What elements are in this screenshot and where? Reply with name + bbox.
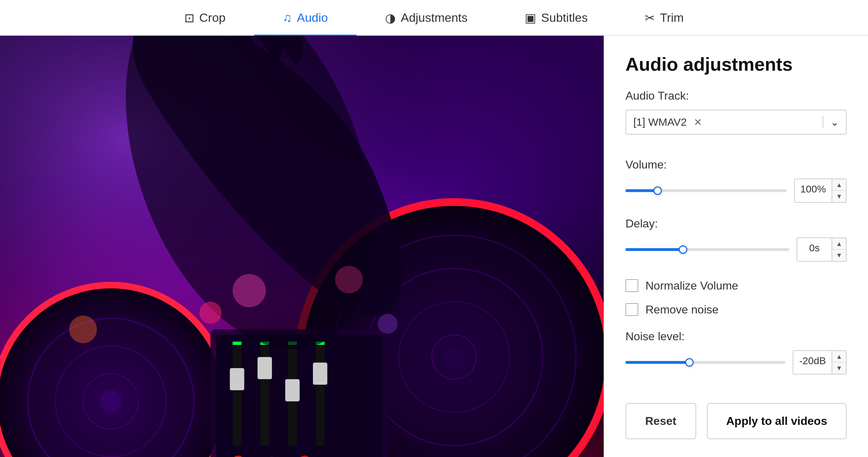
- main-content: Audio adjustments Audio Track: [1] WMAV2…: [0, 36, 868, 457]
- track-value: [1] WMAV2: [633, 116, 687, 128]
- crop-icon: ⊡: [184, 11, 194, 25]
- tab-adjustments-label: Adjustments: [401, 11, 468, 25]
- noise-level-slider-track[interactable]: [625, 361, 785, 364]
- app-container: ⊡ Crop ♫ Audio ◑ Adjustments ▣ Subtitles…: [0, 0, 868, 457]
- svg-point-37: [69, 316, 97, 343]
- volume-down-button[interactable]: ▼: [832, 191, 846, 202]
- volume-value: 100%: [795, 179, 832, 202]
- noise-level-slider-thumb[interactable]: [685, 358, 694, 367]
- svg-rect-21: [285, 379, 299, 401]
- delay-up-button[interactable]: ▲: [832, 238, 846, 250]
- svg-point-33: [233, 274, 266, 307]
- noise-level-up-button[interactable]: ▲: [832, 351, 846, 362]
- subtitles-icon: ▣: [525, 11, 536, 25]
- svg-rect-16: [233, 346, 241, 446]
- audio-track-selector[interactable]: [1] WMAV2 ✕ ⌄: [625, 110, 847, 135]
- volume-slider-track[interactable]: [625, 189, 787, 192]
- normalize-checkbox-row: Normalize Volume: [625, 279, 847, 292]
- audio-icon: ♫: [283, 11, 292, 25]
- svg-point-34: [199, 302, 221, 324]
- sidebar-panel: Audio adjustments Audio Track: [1] WMAV2…: [604, 36, 868, 457]
- noise-level-value-box: -20dB ▲ ▼: [793, 350, 847, 375]
- volume-spinner: ▲ ▼: [832, 179, 846, 202]
- svg-point-13: [443, 346, 465, 368]
- dj-scene-svg: [0, 36, 604, 457]
- svg-point-6: [100, 390, 122, 412]
- delay-slider-thumb[interactable]: [679, 245, 687, 254]
- delay-slider-fill: [625, 248, 683, 251]
- tab-trim[interactable]: ✂ Trim: [616, 1, 712, 36]
- delay-slider-track[interactable]: [625, 248, 789, 251]
- noise-level-down-button[interactable]: ▼: [832, 362, 846, 374]
- trim-icon: ✂: [645, 11, 655, 25]
- action-buttons: Reset Apply to all videos: [625, 389, 847, 439]
- normalize-checkbox[interactable]: [625, 279, 638, 292]
- noise-level-spinner: ▲ ▼: [832, 351, 846, 374]
- svg-rect-23: [313, 363, 327, 385]
- adjustments-icon: ◑: [385, 11, 396, 25]
- noise-level-slider-container: [625, 361, 785, 364]
- volume-slider-fill: [625, 189, 658, 192]
- audio-track-section: Audio Track: [1] WMAV2 ✕ ⌄: [625, 89, 847, 152]
- tab-audio[interactable]: ♫ Audio: [254, 1, 356, 36]
- delay-slider-container: [625, 248, 789, 251]
- delay-spinner: ▲ ▼: [832, 238, 846, 261]
- panel-title: Audio adjustments: [625, 54, 847, 75]
- tab-subtitles[interactable]: ▣ Subtitles: [496, 1, 616, 36]
- remove-noise-label: Remove noise: [645, 303, 719, 316]
- reset-button[interactable]: Reset: [625, 403, 696, 439]
- svg-point-35: [335, 266, 363, 293]
- remove-noise-checkbox-row: Remove noise: [625, 303, 847, 316]
- tab-crop-label: Crop: [199, 11, 226, 25]
- tab-subtitles-label: Subtitles: [541, 11, 588, 25]
- video-preview: [0, 36, 604, 457]
- audio-track-label: Audio Track:: [625, 89, 847, 102]
- noise-level-slider-row: -20dB ▲ ▼: [625, 350, 847, 375]
- tab-bar: ⊡ Crop ♫ Audio ◑ Adjustments ▣ Subtitles…: [0, 0, 868, 36]
- tab-adjustments[interactable]: ◑ Adjustments: [356, 1, 496, 36]
- track-tag: [1] WMAV2 ✕: [633, 116, 823, 128]
- svg-rect-19: [258, 357, 272, 379]
- noise-level-slider-fill: [625, 361, 689, 364]
- apply-to-all-button[interactable]: Apply to all videos: [707, 403, 847, 439]
- volume-slider-thumb[interactable]: [653, 186, 662, 195]
- svg-rect-17: [230, 368, 244, 390]
- delay-slider-row: 0s ▲ ▼: [625, 237, 847, 262]
- select-chevron-icon[interactable]: ⌄: [823, 116, 839, 128]
- noise-level-value: -20dB: [793, 351, 832, 374]
- divider-2: [625, 327, 847, 330]
- tab-crop[interactable]: ⊡ Crop: [156, 1, 254, 36]
- volume-value-box: 100% ▲ ▼: [794, 179, 847, 203]
- volume-slider-container: [625, 189, 787, 192]
- track-close-icon[interactable]: ✕: [694, 116, 702, 128]
- volume-slider-row: 100% ▲ ▼: [625, 179, 847, 203]
- svg-rect-24: [233, 342, 241, 345]
- svg-point-36: [378, 314, 398, 334]
- tab-audio-label: Audio: [297, 11, 328, 25]
- remove-noise-checkbox[interactable]: [625, 303, 638, 316]
- delay-value: 0s: [797, 238, 832, 261]
- volume-label: Volume:: [625, 158, 847, 171]
- noise-level-label: Noise level:: [625, 330, 847, 343]
- divider-1: [625, 276, 847, 279]
- delay-down-button[interactable]: ▼: [832, 250, 846, 261]
- delay-value-box: 0s ▲ ▼: [797, 237, 847, 262]
- normalize-label: Normalize Volume: [645, 279, 738, 292]
- volume-up-button[interactable]: ▲: [832, 179, 846, 191]
- svg-rect-22: [316, 346, 325, 446]
- tab-trim-label: Trim: [660, 11, 684, 25]
- delay-label: Delay:: [625, 217, 847, 230]
